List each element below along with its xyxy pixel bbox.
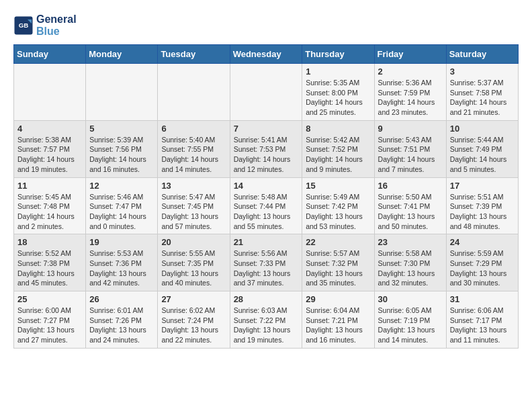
day-number: 25 — [17, 294, 82, 304]
day-info: Sunrise: 6:05 AM Sunset: 7:19 PM Dayligh… — [378, 306, 443, 345]
day-number: 10 — [450, 124, 515, 134]
day-info: Sunrise: 5:52 AM Sunset: 7:38 PM Dayligh… — [17, 248, 82, 288]
calendar-week-1: 1Sunrise: 5:35 AM Sunset: 8:00 PM Daylig… — [14, 64, 519, 121]
day-info: Sunrise: 5:44 AM Sunset: 7:49 PM Dayligh… — [450, 135, 515, 175]
day-number: 21 — [234, 237, 299, 247]
calendar-cell: 17Sunrise: 5:51 AM Sunset: 7:39 PM Dayli… — [446, 177, 518, 234]
day-number: 28 — [234, 294, 299, 304]
calendar-week-4: 18Sunrise: 5:52 AM Sunset: 7:38 PM Dayli… — [14, 234, 519, 291]
day-info: Sunrise: 6:01 AM Sunset: 7:26 PM Dayligh… — [89, 306, 154, 345]
day-info: Sunrise: 5:55 AM Sunset: 7:35 PM Dayligh… — [161, 248, 226, 288]
calendar-cell: 16Sunrise: 5:50 AM Sunset: 7:41 PM Dayli… — [374, 177, 446, 234]
day-info: Sunrise: 5:59 AM Sunset: 7:29 PM Dayligh… — [450, 248, 515, 288]
calendar-cell: 10Sunrise: 5:44 AM Sunset: 7:49 PM Dayli… — [446, 120, 518, 177]
day-info: Sunrise: 6:06 AM Sunset: 7:17 PM Dayligh… — [450, 306, 515, 345]
day-info: Sunrise: 5:39 AM Sunset: 7:56 PM Dayligh… — [89, 135, 154, 175]
calendar-cell: 24Sunrise: 5:59 AM Sunset: 7:29 PM Dayli… — [446, 234, 518, 291]
calendar-table: SundayMondayTuesdayWednesdayThursdayFrid… — [13, 44, 519, 349]
day-number: 5 — [89, 124, 154, 134]
weekday-header-sunday: Sunday — [14, 45, 86, 64]
day-number: 14 — [234, 181, 299, 191]
calendar-cell: 5Sunrise: 5:39 AM Sunset: 7:56 PM Daylig… — [86, 120, 158, 177]
day-info: Sunrise: 5:35 AM Sunset: 8:00 PM Dayligh… — [306, 78, 370, 118]
day-info: Sunrise: 5:57 AM Sunset: 7:32 PM Dayligh… — [306, 248, 370, 288]
day-number: 18 — [17, 237, 82, 247]
calendar-week-2: 4Sunrise: 5:38 AM Sunset: 7:57 PM Daylig… — [14, 120, 519, 177]
day-number: 12 — [89, 181, 154, 191]
logo-icon: GB — [13, 15, 34, 36]
calendar-cell: 12Sunrise: 5:46 AM Sunset: 7:47 PM Dayli… — [86, 177, 158, 234]
weekday-header-wednesday: Wednesday — [230, 45, 302, 64]
calendar-week-5: 25Sunrise: 6:00 AM Sunset: 7:27 PM Dayli… — [14, 291, 519, 349]
day-info: Sunrise: 5:36 AM Sunset: 7:59 PM Dayligh… — [378, 78, 443, 118]
day-number: 13 — [161, 181, 226, 191]
calendar-cell: 8Sunrise: 5:42 AM Sunset: 7:52 PM Daylig… — [302, 120, 374, 177]
calendar-cell: 1Sunrise: 5:35 AM Sunset: 8:00 PM Daylig… — [302, 64, 374, 121]
calendar-cell: 27Sunrise: 6:02 AM Sunset: 7:24 PM Dayli… — [158, 291, 230, 349]
calendar-cell: 22Sunrise: 5:57 AM Sunset: 7:32 PM Dayli… — [302, 234, 374, 291]
day-number: 23 — [378, 237, 443, 247]
day-number: 11 — [17, 181, 82, 191]
day-number: 1 — [306, 66, 370, 77]
page-header: GB General Blue — [13, 13, 519, 38]
calendar-cell: 18Sunrise: 5:52 AM Sunset: 7:38 PM Dayli… — [14, 234, 86, 291]
calendar-cell: 14Sunrise: 5:48 AM Sunset: 7:44 PM Dayli… — [230, 177, 302, 234]
calendar-cell: 6Sunrise: 5:40 AM Sunset: 7:55 PM Daylig… — [158, 120, 230, 177]
calendar-cell: 25Sunrise: 6:00 AM Sunset: 7:27 PM Dayli… — [14, 291, 86, 349]
calendar-header-row: SundayMondayTuesdayWednesdayThursdayFrid… — [14, 45, 519, 64]
day-info: Sunrise: 5:47 AM Sunset: 7:45 PM Dayligh… — [161, 192, 226, 232]
calendar-cell — [230, 64, 302, 121]
day-number: 4 — [17, 124, 82, 134]
day-info: Sunrise: 6:03 AM Sunset: 7:22 PM Dayligh… — [234, 306, 299, 345]
day-number: 29 — [306, 294, 370, 304]
calendar-cell: 11Sunrise: 5:45 AM Sunset: 7:48 PM Dayli… — [14, 177, 86, 234]
calendar-cell: 3Sunrise: 5:37 AM Sunset: 7:58 PM Daylig… — [446, 64, 518, 121]
logo-text: General Blue — [36, 13, 77, 38]
day-number: 7 — [234, 124, 299, 134]
calendar-cell: 2Sunrise: 5:36 AM Sunset: 7:59 PM Daylig… — [374, 64, 446, 121]
day-info: Sunrise: 5:58 AM Sunset: 7:30 PM Dayligh… — [378, 248, 443, 288]
day-number: 15 — [306, 181, 370, 191]
day-number: 22 — [306, 237, 370, 247]
day-info: Sunrise: 5:51 AM Sunset: 7:39 PM Dayligh… — [450, 192, 515, 232]
day-number: 17 — [450, 181, 515, 191]
day-number: 6 — [161, 124, 226, 134]
weekday-header-tuesday: Tuesday — [158, 45, 230, 64]
calendar-cell — [86, 64, 158, 121]
day-number: 9 — [378, 124, 443, 134]
day-info: Sunrise: 5:38 AM Sunset: 7:57 PM Dayligh… — [17, 135, 82, 175]
day-info: Sunrise: 5:49 AM Sunset: 7:42 PM Dayligh… — [306, 192, 370, 232]
day-number: 16 — [378, 181, 443, 191]
day-info: Sunrise: 6:02 AM Sunset: 7:24 PM Dayligh… — [161, 306, 226, 345]
calendar-cell — [158, 64, 230, 121]
calendar-cell: 13Sunrise: 5:47 AM Sunset: 7:45 PM Dayli… — [158, 177, 230, 234]
weekday-header-friday: Friday — [374, 45, 446, 64]
day-info: Sunrise: 5:41 AM Sunset: 7:53 PM Dayligh… — [234, 135, 299, 175]
calendar-cell: 4Sunrise: 5:38 AM Sunset: 7:57 PM Daylig… — [14, 120, 86, 177]
calendar-cell: 23Sunrise: 5:58 AM Sunset: 7:30 PM Dayli… — [374, 234, 446, 291]
day-number: 8 — [306, 124, 370, 134]
calendar-cell: 15Sunrise: 5:49 AM Sunset: 7:42 PM Dayli… — [302, 177, 374, 234]
calendar-cell: 19Sunrise: 5:53 AM Sunset: 7:36 PM Dayli… — [86, 234, 158, 291]
day-info: Sunrise: 5:46 AM Sunset: 7:47 PM Dayligh… — [89, 192, 154, 232]
day-info: Sunrise: 5:37 AM Sunset: 7:58 PM Dayligh… — [450, 78, 515, 118]
calendar-cell: 9Sunrise: 5:43 AM Sunset: 7:51 PM Daylig… — [374, 120, 446, 177]
day-number: 19 — [89, 237, 154, 247]
calendar-cell: 31Sunrise: 6:06 AM Sunset: 7:17 PM Dayli… — [446, 291, 518, 349]
calendar-cell: 7Sunrise: 5:41 AM Sunset: 7:53 PM Daylig… — [230, 120, 302, 177]
day-number: 26 — [89, 294, 154, 304]
calendar-week-3: 11Sunrise: 5:45 AM Sunset: 7:48 PM Dayli… — [14, 177, 519, 234]
day-number: 31 — [450, 294, 515, 304]
weekday-header-saturday: Saturday — [446, 45, 518, 64]
calendar-cell: 30Sunrise: 6:05 AM Sunset: 7:19 PM Dayli… — [374, 291, 446, 349]
day-number: 27 — [161, 294, 226, 304]
day-number: 24 — [450, 237, 515, 247]
day-number: 3 — [450, 66, 515, 77]
calendar-cell: 29Sunrise: 6:04 AM Sunset: 7:21 PM Dayli… — [302, 291, 374, 349]
day-info: Sunrise: 6:00 AM Sunset: 7:27 PM Dayligh… — [17, 306, 82, 345]
day-info: Sunrise: 5:42 AM Sunset: 7:52 PM Dayligh… — [306, 135, 370, 175]
calendar-cell: 26Sunrise: 6:01 AM Sunset: 7:26 PM Dayli… — [86, 291, 158, 349]
day-number: 30 — [378, 294, 443, 304]
day-info: Sunrise: 6:04 AM Sunset: 7:21 PM Dayligh… — [306, 306, 370, 345]
day-info: Sunrise: 5:45 AM Sunset: 7:48 PM Dayligh… — [17, 192, 82, 232]
